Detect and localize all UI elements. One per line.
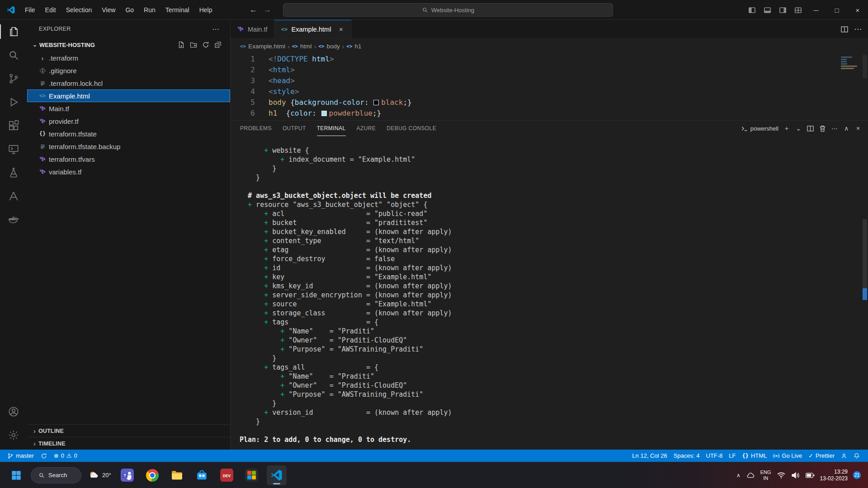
taskbar-app-dev-app[interactable]: DEV: [217, 465, 237, 485]
taskbar-search[interactable]: Search: [31, 467, 81, 483]
color-swatch[interactable]: [373, 100, 379, 105]
close-window-button[interactable]: ×: [847, 0, 868, 20]
file-item-variables.tf[interactable]: variables.tf: [27, 165, 230, 178]
color-swatch[interactable]: [321, 111, 327, 116]
menu-edit[interactable]: Edit: [40, 3, 61, 17]
editor-scrollbar[interactable]: [863, 55, 867, 78]
tray-overflow-button[interactable]: ∧: [736, 472, 741, 479]
sidebar-section-outline[interactable]: ›OUTLINE: [27, 424, 230, 437]
status-indentation[interactable]: Spaces: 4: [671, 450, 703, 462]
taskbar-app-file-explorer[interactable]: [167, 465, 187, 485]
new-folder-button[interactable]: [189, 41, 198, 49]
minimap[interactable]: [841, 56, 860, 109]
terminal-output[interactable]: + website { + index_document = "Example.…: [231, 136, 868, 450]
panel-more-actions-button[interactable]: ⋯: [831, 125, 838, 132]
menu-help[interactable]: Help: [194, 3, 217, 17]
start-button[interactable]: [6, 465, 26, 485]
activitybar-extensions[interactable]: [0, 114, 27, 137]
menu-go[interactable]: Go: [120, 3, 139, 17]
toggle-sidebar-button[interactable]: [744, 0, 760, 20]
sync-changes-button[interactable]: [38, 450, 50, 462]
activitybar-remote-explorer[interactable]: [0, 137, 27, 161]
shell-selector[interactable]: powershell: [741, 125, 778, 132]
code-editor[interactable]: 1<!DOCTYPE html>2<html>3<head>4<style>5b…: [231, 54, 868, 120]
new-terminal-button[interactable]: +: [783, 125, 790, 132]
status-cursor-position[interactable]: Ln 12, Col 26: [629, 450, 670, 462]
menu-file[interactable]: File: [20, 3, 40, 17]
command-center-search[interactable]: Website-Hosting: [283, 3, 613, 17]
sidebar-section-timeline[interactable]: ›TIMELINE: [27, 437, 230, 450]
taskbar-app-store[interactable]: [192, 465, 212, 485]
panel-tab-problems[interactable]: PROBLEMS: [240, 121, 272, 136]
status-eol[interactable]: LF: [726, 450, 738, 462]
activitybar-settings[interactable]: [0, 423, 27, 447]
battery-icon[interactable]: [806, 471, 815, 480]
maximize-panel-button[interactable]: ∧: [843, 125, 850, 132]
clock-widget[interactable]: 13:29 13-02-2023: [820, 469, 848, 482]
editor-tab-Example.html[interactable]: <>Example.html×: [274, 20, 352, 38]
status-prettier[interactable]: ✓Prettier: [806, 450, 837, 462]
activitybar-account[interactable]: [0, 400, 27, 423]
taskbar-app-teams[interactable]: T: [118, 465, 137, 485]
project-root-folder[interactable]: ⌄ WEBSITE-HOSTING: [27, 38, 230, 52]
onedrive-cloud-icon[interactable]: [746, 471, 755, 480]
new-file-button[interactable]: [177, 41, 185, 49]
panel-tab-azure[interactable]: AZURE: [357, 121, 376, 136]
activitybar-run-debug[interactable]: [0, 90, 27, 114]
file-item-.terraform.lock.hcl[interactable]: .terraform.lock.hcl: [27, 77, 230, 89]
breadcrumb-item-html[interactable]: <>html: [292, 43, 312, 50]
file-item-terraform.tfvars[interactable]: terraform.tfvars: [27, 153, 230, 165]
back-arrow-icon[interactable]: ←: [250, 5, 257, 14]
status-language-mode[interactable]: {}HTML: [740, 450, 770, 462]
split-terminal-button[interactable]: [807, 125, 814, 132]
toggle-panel-button[interactable]: [760, 0, 775, 20]
activitybar-search[interactable]: [0, 43, 27, 67]
file-item-provider.tf[interactable]: provider.tf: [27, 115, 230, 127]
activitybar-test-explorer[interactable]: [0, 161, 27, 184]
status-go-live[interactable]: Go Live: [770, 450, 805, 462]
status-notifications[interactable]: [851, 450, 863, 462]
weather-widget[interactable]: 20°: [88, 469, 111, 481]
taskbar-app-office-app[interactable]: [242, 465, 262, 485]
maximize-button[interactable]: □: [826, 0, 847, 20]
activitybar-docker[interactable]: [0, 208, 27, 231]
refresh-explorer-button[interactable]: [202, 41, 210, 49]
file-item-Example.html[interactable]: <>Example.html: [27, 89, 230, 102]
volume-icon[interactable]: [791, 471, 800, 480]
file-item-Main.tf[interactable]: Main.tf: [27, 102, 230, 115]
wifi-icon[interactable]: [777, 471, 786, 480]
file-item-.gitignore[interactable]: .gitignore: [27, 64, 230, 77]
close-panel-button[interactable]: ×: [854, 125, 862, 132]
activitybar-source-control[interactable]: [0, 67, 27, 90]
forward-arrow-icon[interactable]: →: [264, 5, 271, 14]
toggle-secondary-sidebar-button[interactable]: [775, 0, 790, 20]
taskbar-app-chrome[interactable]: [142, 465, 162, 485]
breadcrumb-item-h1[interactable]: <>h1: [346, 43, 361, 50]
git-branch-indicator[interactable]: master: [5, 450, 37, 462]
taskbar-app-vscode[interactable]: [267, 465, 287, 485]
menu-terminal[interactable]: Terminal: [160, 3, 194, 17]
file-item-terraform.tfstate[interactable]: {}terraform.tfstate: [27, 127, 230, 140]
explorer-more-actions-button[interactable]: ⋯: [212, 25, 219, 33]
menu-selection[interactable]: Selection: [61, 3, 97, 17]
terminal-dropdown-button[interactable]: ⌄: [795, 125, 802, 132]
breadcrumb-item-body[interactable]: <>body: [318, 43, 340, 50]
close-tab-button[interactable]: ×: [337, 25, 345, 33]
panel-tab-output[interactable]: OUTPUT: [283, 121, 306, 136]
status-encoding[interactable]: UTF-8: [703, 450, 726, 462]
language-indicator[interactable]: ENG IN: [760, 469, 771, 481]
file-item-.terraform[interactable]: ›.terraform: [27, 52, 230, 64]
editor-more-actions-button[interactable]: ⋯: [854, 24, 862, 34]
customize-layout-button[interactable]: [790, 0, 806, 20]
panel-tab-terminal[interactable]: TERMINAL: [317, 121, 346, 136]
menu-view[interactable]: View: [97, 3, 120, 17]
status-account[interactable]: [838, 450, 850, 462]
split-editor-button[interactable]: [840, 25, 849, 33]
file-item-terraform.tfstate.backup[interactable]: terraform.tfstate.backup: [27, 140, 230, 153]
panel-tab-debug-console[interactable]: DEBUG CONSOLE: [387, 121, 436, 136]
menu-run[interactable]: Run: [139, 3, 160, 17]
kill-terminal-button[interactable]: [819, 125, 826, 132]
activitybar-azure[interactable]: [0, 184, 27, 208]
breadcrumb-item-Example.html[interactable]: <>Example.html: [240, 43, 285, 50]
problems-indicator[interactable]: ⊗ 0 ⚠ 0: [51, 450, 80, 462]
